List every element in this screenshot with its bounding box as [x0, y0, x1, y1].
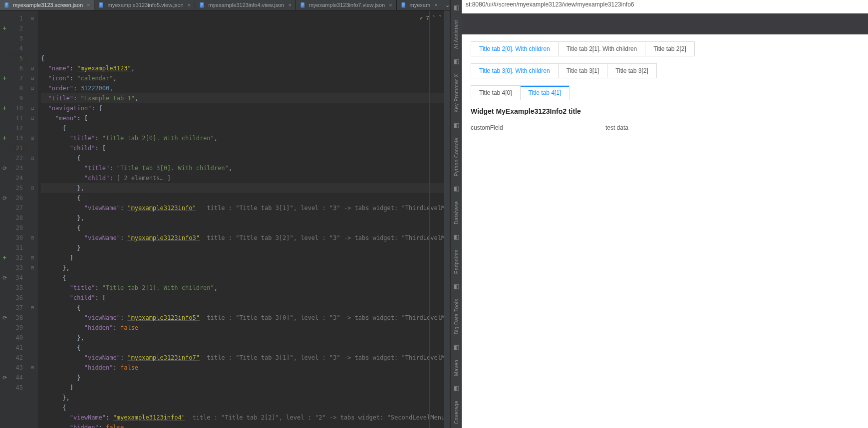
- editor-tab[interactable]: myexample3123.screen.json×: [0, 0, 94, 10]
- editor[interactable]: 1234567891011121321222324252627282930313…: [0, 10, 450, 428]
- code-line[interactable]: "hidden": false: [41, 323, 444, 333]
- tab-level-3[interactable]: Title tab 3[2]: [607, 63, 657, 78]
- fold-toggle[interactable]: ⊞: [27, 133, 38, 143]
- gutter-related-icon[interactable]: [0, 373, 9, 383]
- tool-window-icon[interactable]: ◧: [454, 385, 459, 392]
- close-icon[interactable]: ×: [87, 2, 90, 8]
- tool-window-label[interactable]: Key Promoter X: [454, 74, 459, 113]
- address-bar[interactable]: st:8080/ui/#/screen/myexample3123/view/m…: [462, 0, 868, 13]
- code-line[interactable]: },: [41, 263, 444, 273]
- fold-toggle[interactable]: ⊟: [27, 233, 38, 243]
- close-icon[interactable]: ×: [188, 2, 191, 8]
- editor-tab[interactable]: myexample3123info5.view.json×: [94, 0, 195, 10]
- editor-tab[interactable]: myexample3123info4.view.json×: [195, 0, 296, 10]
- code-line[interactable]: "viewName": "myexample3123info4" title :…: [41, 413, 444, 423]
- code-line[interactable]: ]: [41, 253, 444, 263]
- code-line[interactable]: {: [41, 53, 444, 63]
- gutter-add-icon[interactable]: [0, 133, 9, 143]
- code-line[interactable]: {: [41, 223, 444, 233]
- fold-toggle[interactable]: ⊟: [27, 103, 38, 113]
- code-line[interactable]: "title": "Example tab 1",: [41, 93, 444, 103]
- tool-window-label[interactable]: Big Data Tools: [454, 299, 459, 334]
- code-line[interactable]: {: [41, 403, 444, 413]
- code-line[interactable]: "hidden": false: [41, 423, 444, 428]
- chevron-up-icon[interactable]: ˆ: [432, 13, 436, 23]
- code-line[interactable]: "name": "myexample3123",: [41, 63, 444, 73]
- tool-window-icon[interactable]: ◧: [454, 344, 459, 351]
- code-area[interactable]: ✔ 7 ˆ ˇ { "name": "myexample3123", "icon…: [38, 10, 444, 428]
- gutter-related-icon[interactable]: [0, 273, 9, 283]
- code-line[interactable]: "child": [: [41, 293, 444, 303]
- fold-toggle[interactable]: ⊟: [27, 113, 38, 123]
- gutter-related-icon[interactable]: [0, 313, 9, 323]
- tool-window-icon[interactable]: ◧: [454, 185, 459, 192]
- gutter-add-icon[interactable]: [0, 23, 9, 33]
- code-line[interactable]: "order": 31222000,: [41, 83, 444, 93]
- fold-toggle[interactable]: ⊟: [27, 263, 38, 273]
- chevron-down-icon[interactable]: ˇ: [438, 13, 442, 23]
- code-line[interactable]: {: [41, 123, 444, 133]
- code-line[interactable]: },: [41, 333, 444, 343]
- vertical-scrollbar[interactable]: [444, 10, 450, 428]
- gutter-related-icon[interactable]: [0, 193, 9, 203]
- code-line[interactable]: "viewName": "myexample3123info5" title :…: [41, 313, 444, 323]
- tab-level-4[interactable]: Title tab 4[1]: [520, 85, 570, 100]
- code-line[interactable]: "viewName": "myexample3123info7" title :…: [41, 353, 444, 363]
- editor-tab[interactable]: myexam×: [397, 0, 442, 10]
- code-line[interactable]: "viewName": "myexample3123info" title : …: [41, 203, 444, 213]
- editor-tab[interactable]: myexample3123info7.view.json×: [296, 0, 397, 10]
- code-line[interactable]: {: [41, 343, 444, 353]
- tool-window-label[interactable]: Endpoints: [454, 249, 459, 274]
- code-line[interactable]: {: [41, 153, 444, 163]
- tool-window-label[interactable]: Python Console: [454, 138, 459, 177]
- code-line[interactable]: "title": "Title tab 2[1]. With children"…: [41, 283, 444, 293]
- fold-toggle[interactable]: ⊟: [27, 303, 38, 313]
- fold-toggle[interactable]: ⊟: [27, 153, 38, 163]
- code-line[interactable]: {: [41, 303, 444, 313]
- code-line[interactable]: "title": "Title tab 2[0]. With children"…: [41, 133, 444, 143]
- tab-level-3[interactable]: Title tab 3[1]: [558, 63, 608, 78]
- tab-level-4[interactable]: Title tab 4[0]: [471, 85, 521, 100]
- tool-window-icon[interactable]: ◧: [454, 58, 459, 65]
- fold-toggle[interactable]: ⊟: [27, 83, 38, 93]
- close-icon[interactable]: ×: [434, 2, 437, 8]
- close-icon[interactable]: ×: [288, 2, 291, 8]
- fold-toggle[interactable]: ⊟: [27, 183, 38, 193]
- code-line[interactable]: },: [41, 393, 444, 403]
- code-line[interactable]: "child": [ 2 elements… ]: [41, 173, 444, 183]
- code-line[interactable]: "hidden": false: [41, 363, 444, 373]
- fold-toggle[interactable]: ⊟: [27, 253, 38, 263]
- code-line[interactable]: ]: [41, 383, 444, 393]
- tab-level-2[interactable]: Title tab 2[1]. With children: [558, 41, 646, 56]
- tool-window-icon[interactable]: ◧: [454, 4, 459, 11]
- fold-toggle[interactable]: ⊟: [27, 13, 38, 23]
- tool-window-label[interactable]: AI Assistant: [454, 20, 459, 49]
- code-line[interactable]: },: [41, 183, 444, 193]
- gutter-add-icon[interactable]: [0, 253, 9, 263]
- code-line[interactable]: "viewName": "myexample3123info3" title :…: [41, 233, 444, 243]
- tool-window-label[interactable]: Coverage: [454, 401, 459, 424]
- code-line[interactable]: {: [41, 193, 444, 203]
- fold-toggle[interactable]: ⊟: [27, 73, 38, 83]
- tab-level-2[interactable]: Title tab 2[2]: [645, 41, 695, 56]
- code-line[interactable]: },: [41, 213, 444, 223]
- code-line[interactable]: "menu": [: [41, 113, 444, 123]
- code-line[interactable]: }: [41, 373, 444, 383]
- tab-level-3[interactable]: Title tab 3[0]. With children: [471, 63, 559, 78]
- code-line[interactable]: "child": [: [41, 143, 444, 153]
- tool-window-label[interactable]: Database: [454, 201, 459, 224]
- gutter-related-icon[interactable]: [0, 163, 9, 173]
- code-line[interactable]: "navigation": {: [41, 103, 444, 113]
- tab-level-2[interactable]: Title tab 2[0]. With children: [471, 41, 559, 56]
- gutter-add-icon[interactable]: [0, 103, 9, 113]
- code-line[interactable]: "title": "Title tab 3[0]. With children"…: [41, 163, 444, 173]
- close-icon[interactable]: ×: [389, 2, 392, 8]
- tool-window-icon[interactable]: ◧: [454, 122, 459, 129]
- inspection-status[interactable]: ✔ 7 ˆ ˇ: [420, 13, 442, 23]
- tool-window-icon[interactable]: ◧: [454, 283, 459, 290]
- fold-toggle[interactable]: ⊟: [27, 63, 38, 73]
- code-line[interactable]: {: [41, 273, 444, 283]
- code-line[interactable]: "icon": "calendar",: [41, 73, 444, 83]
- tool-window-label[interactable]: Maven: [454, 360, 459, 376]
- gutter-add-icon[interactable]: [0, 73, 9, 83]
